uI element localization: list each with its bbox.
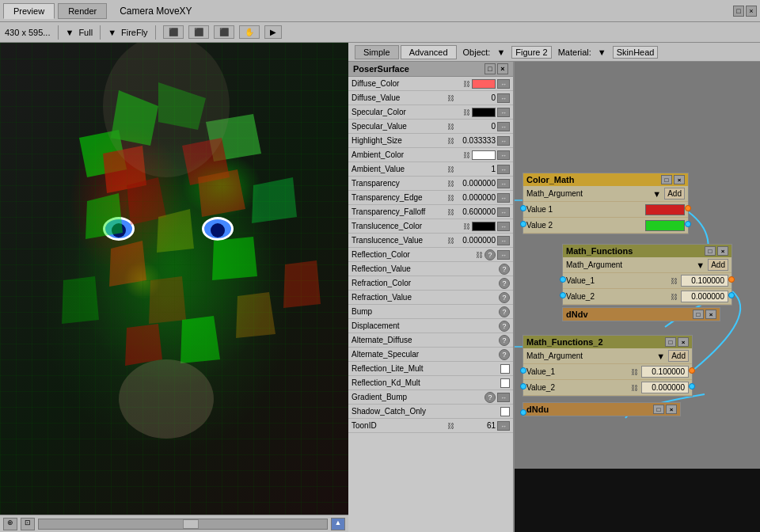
nav-btn-2[interactable]: ⊡ <box>21 518 35 530</box>
link-icon4[interactable]: ↔ <box>497 122 510 131</box>
material-dropdown[interactable]: SkinHead <box>613 46 659 59</box>
svg-marker-7 <box>198 169 245 217</box>
math-func-close[interactable]: × <box>717 246 728 256</box>
extra-btn[interactable]: ▶ <box>264 25 282 39</box>
simple-tab[interactable]: Simple <box>355 45 399 59</box>
diffuse-color-swatch[interactable] <box>472 79 496 89</box>
color-math-val1-swatch[interactable] <box>645 204 685 215</box>
color-math-val1-right-connector[interactable] <box>685 205 691 211</box>
pan-btn[interactable]: ✋ <box>239 25 260 39</box>
link-icon13[interactable]: ↔ <box>497 250 510 260</box>
math-func2-val1-left-connector[interactable] <box>520 367 526 374</box>
q-icon8[interactable]: ? <box>499 349 510 360</box>
dndu-close[interactable]: × <box>666 405 677 414</box>
math-func-val2-right-connector[interactable] <box>728 292 735 298</box>
props-collapse-btn[interactable]: □ <box>484 63 496 74</box>
render-btn[interactable]: ⬛ <box>163 25 184 39</box>
nav-btn-3[interactable]: ▲ <box>331 518 345 530</box>
horizontal-scrollbar[interactable] <box>38 519 328 530</box>
math-func-val2-left-connector[interactable] <box>560 292 566 298</box>
math-func2-val2-right-connector[interactable] <box>689 383 695 390</box>
advanced-tab[interactable]: Advanced <box>401 45 457 59</box>
link-icon8[interactable]: ↔ <box>497 179 510 188</box>
dndu-collapse[interactable]: □ <box>653 405 664 414</box>
dndu-left-connector[interactable] <box>520 409 526 416</box>
specular-color-swatch[interactable] <box>472 108 496 117</box>
color-math-val2-swatch[interactable] <box>645 220 685 231</box>
nav-btn-1[interactable]: ⊕ <box>3 518 17 530</box>
color-math-val2-label: Value 2 <box>526 221 642 230</box>
math-func2-close[interactable]: × <box>678 337 689 347</box>
right-content: PoserSurface □ × Diffuse_Color ⛓ ↔ <box>348 62 760 532</box>
color-math-val1-left-connector[interactable] <box>520 205 526 211</box>
q-icon6[interactable]: ? <box>499 321 510 332</box>
math-func2-val1-value[interactable]: 0.100000 <box>641 366 689 378</box>
svg-marker-11 <box>109 241 146 287</box>
q-icon3[interactable]: ? <box>499 278 510 289</box>
minimize-button[interactable]: □ <box>733 6 744 17</box>
full-mode[interactable]: Full <box>78 28 93 37</box>
math-func2-arg-label: Math_Argument <box>526 352 653 360</box>
q-icon1[interactable]: ? <box>484 249 496 260</box>
math-func2-val1-label: Value_1 <box>526 367 628 376</box>
q-icon2[interactable]: ? <box>499 264 510 275</box>
math-func2-val2-value[interactable]: 0.000000 <box>641 382 689 393</box>
figure-dropdown[interactable]: Figure 2 <box>511 46 551 59</box>
checkbox3[interactable] <box>500 407 510 416</box>
link-icon11[interactable]: ↔ <box>497 222 510 231</box>
dndv-collapse[interactable]: □ <box>693 310 704 319</box>
translucence-color-swatch[interactable] <box>472 222 496 231</box>
link-icon[interactable]: ↔ <box>497 79 510 89</box>
q-icon7[interactable]: ? <box>499 335 510 346</box>
color-math-title: Color_Math <box>526 175 575 184</box>
link-icon6[interactable]: ↔ <box>497 150 510 160</box>
checkbox1[interactable] <box>500 364 510 374</box>
chain-icon3: ⛓ <box>463 108 470 116</box>
color-math-header: Color_Math □ × <box>523 173 688 186</box>
math-func-val2-value[interactable]: 0.000000 <box>681 291 728 302</box>
props-close-btn[interactable]: × <box>497 63 508 74</box>
link-icon7[interactable]: ↔ <box>497 165 510 174</box>
math-func-collapse[interactable]: □ <box>705 246 716 256</box>
math-func2-arg-dropdown[interactable]: Add <box>668 350 689 362</box>
close-button[interactable]: × <box>746 6 757 17</box>
color-math-val2-left-connector[interactable] <box>520 221 526 227</box>
math-func-val1-right-connector[interactable] <box>728 276 735 283</box>
dimensions-label: 430 x 595... <box>5 28 51 37</box>
color-math-val2-right-connector[interactable] <box>685 221 691 227</box>
math-func-val1-left-connector[interactable] <box>560 276 566 283</box>
math-func-arg-dropdown[interactable]: Add <box>708 259 728 271</box>
checkbox2[interactable] <box>500 378 510 388</box>
dndu-header: dNdu □ × <box>523 403 680 416</box>
render-btn3[interactable]: ⬛ <box>214 25 234 39</box>
link-icon3[interactable]: ↔ <box>497 108 510 117</box>
link-icon9[interactable]: ↔ <box>497 193 510 203</box>
math-func2-val1-right-connector[interactable] <box>689 367 695 374</box>
link-icon5[interactable]: ↔ <box>497 136 510 146</box>
color-math-arg-dropdown[interactable]: Add <box>664 188 685 200</box>
math-func-val2-chain: ⛓ <box>671 293 678 301</box>
engine-arrow: ▼ <box>108 28 116 37</box>
math-func2-collapse[interactable]: □ <box>665 337 676 347</box>
preview-tab[interactable]: Preview <box>3 3 55 19</box>
dndv-close[interactable]: × <box>705 310 716 319</box>
3d-render[interactable] <box>0 43 348 532</box>
math-func-val1-value[interactable]: 0.100000 <box>681 275 728 287</box>
q-icon9[interactable]: ? <box>484 392 496 403</box>
render-btn2[interactable]: ⬛ <box>188 25 209 39</box>
render-tab[interactable]: Render <box>58 3 107 19</box>
color-math-close[interactable]: × <box>674 175 685 184</box>
q-icon5[interactable]: ? <box>499 306 510 317</box>
engine-label[interactable]: FireFly <box>121 28 148 37</box>
link-icon10[interactable]: ↔ <box>497 207 510 217</box>
q-icon4[interactable]: ? <box>499 292 510 303</box>
color-math-val2-row: Value 2 <box>523 218 688 234</box>
ambient-color-swatch[interactable] <box>472 150 496 160</box>
link-icon2[interactable]: ↔ <box>497 93 510 103</box>
link-icon14[interactable]: ↔ <box>497 393 510 402</box>
link-icon15[interactable]: ↔ <box>497 421 510 431</box>
color-math-collapse[interactable]: □ <box>661 175 672 184</box>
mode-tabs: Simple Advanced <box>355 45 457 59</box>
math-func2-val2-left-connector[interactable] <box>520 383 526 390</box>
link-icon12[interactable]: ↔ <box>497 236 510 245</box>
